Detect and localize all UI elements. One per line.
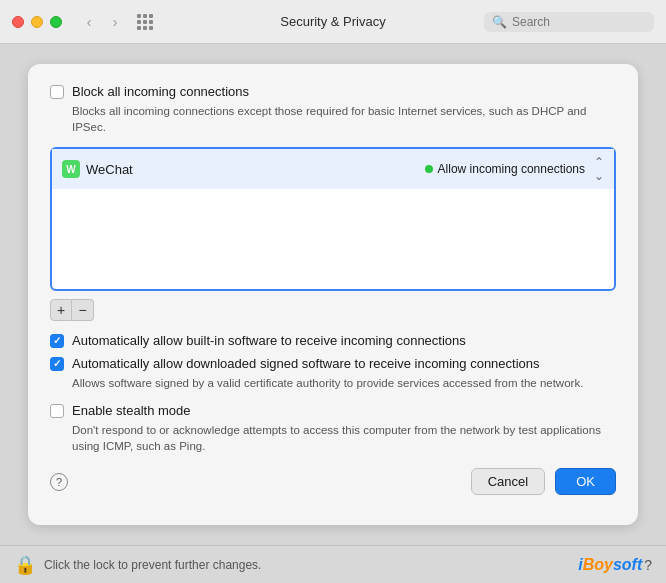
auto-builtin-checkbox[interactable]: [50, 334, 64, 348]
traffic-lights: [12, 16, 62, 28]
app-name: WeChat: [86, 162, 419, 177]
green-status-dot: [425, 165, 433, 173]
wechat-icon: W: [62, 160, 80, 178]
search-bar[interactable]: 🔍: [484, 12, 654, 32]
dropdown-arrow-icon[interactable]: ⌃⌄: [594, 155, 604, 183]
status-bar: 🔒 Click the lock to prevent further chan…: [0, 545, 666, 583]
auto-builtin-label: Automatically allow built-in software to…: [72, 333, 466, 348]
add-remove-row: + −: [50, 299, 616, 321]
ok-button[interactable]: OK: [555, 468, 616, 495]
nav-buttons: ‹ ›: [78, 11, 126, 33]
dialog-panel: Block all incoming connections Blocks al…: [28, 64, 638, 525]
block-all-label: Block all incoming connections: [72, 84, 249, 99]
block-all-row: Block all incoming connections: [50, 84, 616, 99]
lock-text: Click the lock to prevent further change…: [44, 558, 261, 572]
auto-signed-desc: Allows software signed by a valid certif…: [72, 375, 616, 391]
search-input[interactable]: [512, 15, 646, 29]
back-button[interactable]: ‹: [78, 11, 100, 33]
search-icon: 🔍: [492, 15, 507, 29]
close-button[interactable]: [12, 16, 24, 28]
footer-buttons: Cancel OK: [471, 468, 616, 495]
stealth-row: Enable stealth mode: [50, 403, 616, 418]
main-content: Block all incoming connections Blocks al…: [0, 44, 666, 545]
empty-list-area: [52, 189, 614, 289]
lock-icon: 🔒: [14, 554, 36, 576]
auto-signed-checkbox[interactable]: [50, 357, 64, 371]
auto-builtin-row: Automatically allow built-in software to…: [50, 333, 616, 348]
remove-app-button[interactable]: −: [72, 299, 94, 321]
cancel-button[interactable]: Cancel: [471, 468, 545, 495]
iboysoft-brand: iBoysoft: [578, 556, 642, 574]
stealth-label: Enable stealth mode: [72, 403, 191, 418]
maximize-button[interactable]: [50, 16, 62, 28]
title-bar: ‹ › Security & Privacy 🔍: [0, 0, 666, 44]
block-all-desc: Blocks all incoming connections except t…: [72, 103, 616, 135]
block-all-checkbox[interactable]: [50, 85, 64, 99]
app-grid-button[interactable]: [134, 11, 156, 33]
iboysoft-logo: iBoysoft ?: [578, 556, 652, 574]
status-text: Allow incoming connections: [438, 162, 585, 176]
auto-signed-label: Automatically allow downloaded signed so…: [72, 356, 540, 371]
footer-row: ? Cancel OK: [50, 468, 616, 495]
auto-signed-row: Automatically allow downloaded signed so…: [50, 356, 616, 371]
add-app-button[interactable]: +: [50, 299, 72, 321]
table-row[interactable]: W WeChat Allow incoming connections ⌃⌄: [52, 149, 614, 189]
lock-area[interactable]: 🔒 Click the lock to prevent further chan…: [14, 554, 261, 576]
forward-button[interactable]: ›: [104, 11, 126, 33]
stealth-checkbox[interactable]: [50, 404, 64, 418]
brand-help-icon[interactable]: ?: [644, 557, 652, 573]
minimize-button[interactable]: [31, 16, 43, 28]
status-indicator: Allow incoming connections ⌃⌄: [425, 155, 604, 183]
help-button[interactable]: ?: [50, 473, 68, 491]
app-list-box: W WeChat Allow incoming connections ⌃⌄: [50, 147, 616, 291]
grid-icon: [137, 14, 153, 30]
window-title: Security & Privacy: [280, 14, 385, 29]
stealth-desc: Don't respond to or acknowledge attempts…: [72, 422, 616, 454]
